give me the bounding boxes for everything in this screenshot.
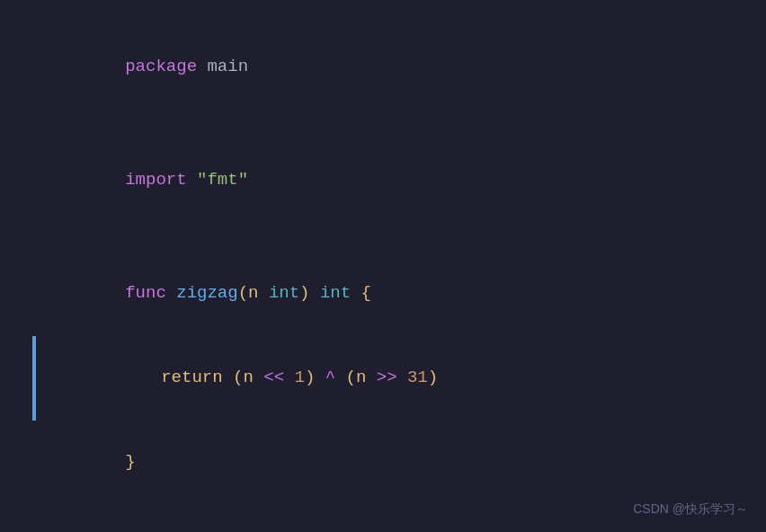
watermark: CSDN @快乐学习～ (633, 501, 748, 518)
line-return: return (n << 1) ^ (n >> 31) (32, 336, 734, 421)
line-package: package main (32, 25, 734, 110)
package-name: main (207, 57, 248, 76)
keyword-import: import (125, 170, 186, 190)
line-blank-1 (32, 110, 734, 138)
import-string: "fmt" (197, 170, 248, 190)
param-n: n (248, 283, 258, 303)
type-int-1: int (269, 283, 299, 303)
line-import: import "fmt" (32, 138, 734, 223)
func-zigzag-name: zigzag (176, 283, 237, 303)
line-blank-3 (32, 505, 734, 532)
line-close-1: } (32, 421, 734, 505)
line-func-zigzag: func zigzag(n int) int { (32, 252, 734, 336)
keyword-package: package (125, 57, 197, 76)
type-int-2: int (320, 283, 351, 303)
code-container: package main import "fmt" func zigzag(n … (0, 0, 766, 532)
keyword-func-1: func (125, 283, 166, 303)
keyword-return: return (161, 368, 222, 387)
code-block: package main import "fmt" func zigzag(n … (32, 25, 734, 532)
line-blank-2 (32, 223, 734, 252)
